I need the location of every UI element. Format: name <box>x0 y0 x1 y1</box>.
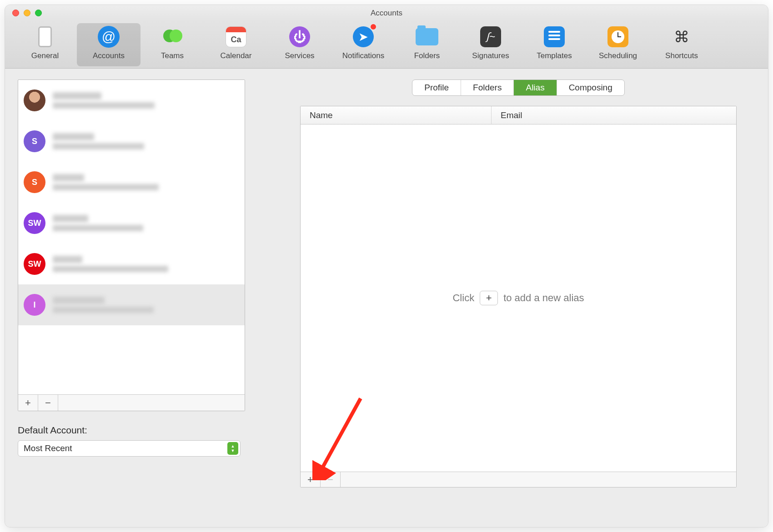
accounts-list-footer: + − <box>18 394 245 411</box>
toolbar-label: Templates <box>537 51 572 60</box>
placeholder-text-prefix: Click <box>452 292 474 304</box>
alias-panel: Name Email Click + to add a new alias + … <box>300 106 737 487</box>
alias-footer: + − <box>301 472 736 487</box>
account-text <box>53 297 154 313</box>
alias-table-body: Click + to add a new alias <box>301 124 736 472</box>
toolbar-templates[interactable]: Templates <box>522 23 586 66</box>
account-name-redacted <box>53 215 88 222</box>
account-text <box>53 215 143 231</box>
tab-profile[interactable]: Profile <box>412 80 461 95</box>
toolbar-label: Accounts <box>93 51 125 60</box>
account-text <box>53 256 168 272</box>
scheduling-icon <box>606 25 630 49</box>
account-name-redacted <box>53 92 101 99</box>
account-email-redacted <box>53 225 143 231</box>
toolbar-scheduling[interactable]: Scheduling <box>586 23 650 66</box>
toolbar-shortcuts[interactable]: ⌘Shortcuts <box>650 23 713 66</box>
account-row[interactable]: S <box>18 162 245 203</box>
window-controls <box>12 10 42 16</box>
default-account-select[interactable]: Most Recent ▲▼ <box>18 440 241 457</box>
toolbar-accounts[interactable]: @Accounts <box>77 23 141 66</box>
account-email-redacted <box>53 143 144 149</box>
default-account-label: Default Account: <box>18 425 245 436</box>
notifications-icon: ➤ <box>351 25 375 49</box>
account-name-redacted <box>53 256 82 263</box>
avatar-initials: S <box>24 130 45 152</box>
signatures-icon: ʃ~ <box>479 25 502 49</box>
account-tabs: ProfileFoldersAliasComposing <box>412 80 625 96</box>
account-text <box>53 133 144 149</box>
calendar-icon: Ca <box>224 25 248 49</box>
toolbar-general[interactable]: General <box>13 23 77 66</box>
avatar-initials: I <box>24 294 45 316</box>
accounts-column: S S SW SW I + − Default Account: <box>18 80 245 516</box>
account-row[interactable]: S <box>18 121 245 162</box>
avatar-initials: SW <box>24 253 45 275</box>
toolbar-services[interactable]: ⏻Services <box>268 23 331 66</box>
account-row[interactable]: I <box>18 284 245 325</box>
tab-folders2[interactable]: Folders <box>461 80 514 95</box>
select-stepper-icon: ▲▼ <box>227 442 238 455</box>
toolbar-label: Signatures <box>472 51 509 60</box>
toolbar-teams[interactable]: Teams <box>141 23 204 66</box>
close-window-button[interactable] <box>12 10 19 16</box>
toolbar-label: Services <box>285 51 314 60</box>
toolbar-notifications[interactable]: ➤Notifications <box>331 23 395 66</box>
alias-column-name[interactable]: Name <box>301 106 492 124</box>
accounts-list-box: S S SW SW I + − <box>18 80 245 411</box>
account-name-redacted <box>53 133 94 140</box>
templates-icon <box>542 25 566 49</box>
avatar-photo <box>24 89 45 111</box>
toolbar-label: Teams <box>161 51 184 60</box>
minimize-window-button[interactable] <box>24 10 30 16</box>
tab-alias[interactable]: Alias <box>514 80 557 95</box>
account-email-redacted <box>53 307 154 313</box>
general-icon <box>33 25 57 49</box>
default-account-value: Most Recent <box>24 443 227 453</box>
toolbar-label: Shortcuts <box>665 51 698 60</box>
avatar-initials: S <box>24 171 45 193</box>
toolbar-signatures[interactable]: ʃ~Signatures <box>459 23 522 66</box>
avatar-initials: SW <box>24 212 45 234</box>
toolbar-label: Scheduling <box>599 51 637 60</box>
placeholder-plus-icon: + <box>480 291 498 305</box>
remove-alias-button[interactable]: − <box>321 472 341 487</box>
placeholder-text-suffix: to add a new alias <box>503 292 584 304</box>
shortcuts-icon: ⌘ <box>670 25 693 49</box>
alias-table-header: Name Email <box>301 106 736 124</box>
accounts-list[interactable]: S S SW SW I <box>18 80 245 394</box>
account-email-redacted <box>53 266 168 272</box>
preferences-toolbar: General@AccountsTeamsCaCalendar⏻Services… <box>5 20 768 69</box>
toolbar-label: Calendar <box>221 51 252 60</box>
toolbar-label: Notifications <box>342 51 385 60</box>
tab-composing[interactable]: Composing <box>557 80 624 95</box>
notification-badge <box>370 23 377 30</box>
account-row[interactable]: SW <box>18 203 245 244</box>
window-title: Accounts <box>371 9 402 20</box>
teams-icon <box>161 25 184 49</box>
account-row[interactable] <box>18 80 245 121</box>
content-area: S S SW SW I + − Default Account: <box>5 69 768 527</box>
add-account-button[interactable]: + <box>18 395 38 411</box>
account-row[interactable]: SW <box>18 244 245 284</box>
preferences-window: Accounts General@AccountsTeamsCaCalendar… <box>5 5 768 527</box>
account-detail-column: ProfileFoldersAliasComposing Name Email … <box>281 80 755 516</box>
account-name-redacted <box>53 174 84 181</box>
account-text <box>53 92 155 109</box>
account-email-redacted <box>53 102 155 109</box>
toolbar-folders[interactable]: Folders <box>395 23 459 66</box>
services-icon: ⏻ <box>288 25 311 49</box>
remove-account-button[interactable]: − <box>38 395 58 411</box>
titlebar: Accounts <box>5 5 768 20</box>
zoom-window-button[interactable] <box>35 10 42 16</box>
alias-empty-placeholder: Click + to add a new alias <box>452 291 584 305</box>
toolbar-calendar[interactable]: CaCalendar <box>204 23 268 66</box>
alias-column-email[interactable]: Email <box>492 106 736 124</box>
accounts-icon: @ <box>97 25 120 49</box>
folders-icon <box>415 25 439 49</box>
account-email-redacted <box>53 184 159 190</box>
account-text <box>53 174 159 190</box>
add-alias-button[interactable]: + <box>301 472 321 487</box>
account-name-redacted <box>53 297 105 304</box>
toolbar-label: Folders <box>414 51 440 60</box>
